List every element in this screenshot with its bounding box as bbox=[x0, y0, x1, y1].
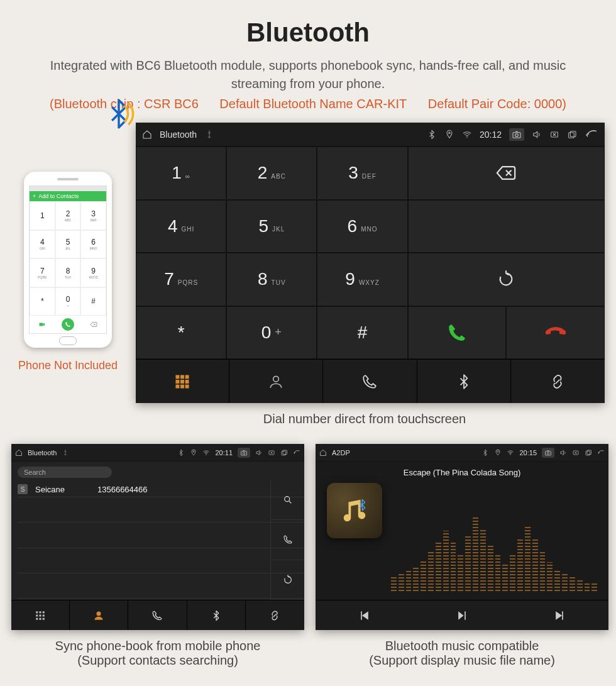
recents-icon[interactable] bbox=[280, 449, 288, 456]
spec-paircode: Default Pair Code: 0000) bbox=[428, 97, 566, 111]
bluetooth-waves-icon bbox=[102, 97, 135, 130]
svg-rect-18 bbox=[40, 323, 43, 326]
tab-recent-calls[interactable] bbox=[128, 600, 187, 630]
volume-icon[interactable] bbox=[532, 130, 542, 140]
now-playing-title: Escape (The Pina Colada Song) bbox=[404, 468, 520, 477]
topbar-title: Bluetooth bbox=[160, 130, 197, 140]
topbar: Bluetooth 20:12 bbox=[136, 123, 605, 147]
phone-key-2: 2ABC bbox=[55, 201, 81, 230]
dial-key-9[interactable]: 9WXYZ bbox=[317, 253, 407, 306]
dial-key-1[interactable]: 1∞ bbox=[136, 147, 226, 200]
dial-key-7[interactable]: 7PQRS bbox=[136, 253, 226, 306]
backspace-icon bbox=[90, 321, 97, 328]
dialer-caption: Dial number direct from touchscreen bbox=[124, 412, 605, 426]
phone-call-button bbox=[62, 318, 74, 331]
contact-row[interactable]: S Seicane 13566664466 bbox=[18, 482, 304, 497]
smartphone-mock: + Add to Contacts 12ABC3DEF4GHI5JKL6MNO7… bbox=[24, 172, 112, 348]
screenshot-icon[interactable] bbox=[544, 449, 552, 456]
phonebook-caption2: (Support contacts searching) bbox=[77, 653, 238, 668]
side-search-button[interactable] bbox=[270, 480, 304, 520]
clock: 20:12 bbox=[480, 130, 502, 140]
tab-contacts[interactable] bbox=[70, 600, 128, 630]
dial-key-4[interactable]: 4GHI bbox=[136, 200, 226, 253]
redial-button[interactable] bbox=[408, 253, 605, 306]
recents-icon[interactable] bbox=[567, 130, 577, 140]
spec-btname: Default Bluetooth Name CAR-KIT bbox=[219, 97, 407, 111]
volume-icon[interactable] bbox=[255, 449, 263, 456]
tab-bt-settings[interactable] bbox=[417, 360, 511, 403]
tab-pair[interactable] bbox=[246, 600, 304, 630]
dial-key-6[interactable]: 6MNO bbox=[317, 200, 407, 253]
playpause-button[interactable] bbox=[413, 600, 510, 630]
phone-key-0: 0+ bbox=[55, 287, 81, 316]
call-button[interactable] bbox=[408, 306, 507, 360]
phone-key-4: 4GHI bbox=[30, 230, 55, 259]
volume-icon[interactable] bbox=[559, 449, 567, 456]
a2dp-caption1: Bluetooth music compatible bbox=[385, 639, 539, 653]
back-icon[interactable] bbox=[597, 449, 605, 456]
dial-key-2[interactable]: 2ABC bbox=[226, 147, 317, 200]
clock: 20:15 bbox=[519, 449, 537, 456]
screenshot-icon[interactable] bbox=[240, 449, 248, 456]
phonebook-caption1: Sync phone-book from mobile phone bbox=[55, 639, 261, 653]
dial-key-5[interactable]: 5JKL bbox=[226, 200, 317, 253]
back-icon[interactable] bbox=[293, 449, 300, 456]
dial-key-0[interactable]: 0+ bbox=[226, 306, 317, 360]
headunit-dialer: Bluetooth 20:12 1∞2ABC3DEF4GHI5JKL6MNO7P… bbox=[136, 123, 605, 403]
close-app-icon[interactable] bbox=[268, 449, 275, 456]
search-input[interactable]: Search bbox=[18, 467, 112, 478]
dial-key-3[interactable]: 3DEF bbox=[317, 147, 407, 200]
gps-icon bbox=[494, 449, 502, 456]
side-call-button[interactable] bbox=[270, 520, 304, 560]
back-icon[interactable] bbox=[585, 128, 598, 141]
specs-line: (Bluetooth chip : CSR BC6 Default Blueto… bbox=[11, 97, 605, 111]
wifi-icon bbox=[462, 130, 472, 140]
gps-icon bbox=[444, 130, 454, 140]
phone-key-7: 7PQRS bbox=[30, 258, 55, 287]
album-art bbox=[327, 483, 382, 538]
gps-icon bbox=[190, 449, 197, 456]
usb-icon bbox=[62, 449, 69, 456]
phone-key-3: 3DEF bbox=[80, 201, 106, 230]
bluetooth-status-icon bbox=[177, 449, 185, 456]
dial-key-*[interactable]: * bbox=[136, 306, 226, 360]
wifi-icon bbox=[507, 449, 514, 456]
home-icon[interactable] bbox=[319, 449, 327, 456]
tab-bt-settings[interactable] bbox=[187, 600, 246, 630]
recents-icon[interactable] bbox=[585, 449, 592, 456]
contact-number: 13566664466 bbox=[97, 485, 148, 494]
tab-dialpad[interactable] bbox=[136, 360, 229, 403]
close-app-icon[interactable] bbox=[549, 130, 559, 140]
visualizer bbox=[391, 493, 597, 591]
hangup-button[interactable] bbox=[506, 306, 605, 360]
dial-key-8[interactable]: 8TUV bbox=[226, 253, 317, 306]
dial-key-#[interactable]: # bbox=[317, 306, 407, 360]
side-sync-button[interactable] bbox=[270, 560, 304, 600]
clock: 20:11 bbox=[215, 449, 233, 456]
phone-disclaimer: Phone Not Included bbox=[18, 359, 118, 372]
next-button[interactable] bbox=[511, 600, 608, 630]
phone-key-6: 6MNO bbox=[80, 230, 106, 259]
close-app-icon[interactable] bbox=[572, 449, 580, 456]
a2dp-caption2: (Support display music file name) bbox=[369, 653, 555, 668]
screenshot-icon[interactable] bbox=[512, 130, 522, 140]
phone-key-#: # bbox=[80, 287, 106, 316]
page-subtitle: Integrated with BC6 Bluetooth module, su… bbox=[38, 57, 578, 93]
topbar: A2DP 20:15 bbox=[316, 444, 608, 462]
prev-button[interactable] bbox=[316, 600, 413, 630]
headunit-a2dp: A2DP 20:15 Escape (The Pina Colada Song) bbox=[316, 444, 608, 630]
tab-pair[interactable] bbox=[511, 360, 605, 403]
tab-dialpad[interactable] bbox=[11, 600, 70, 630]
contact-name: Seicane bbox=[35, 485, 65, 494]
headunit-phonebook: Bluetooth 20:11 Search bbox=[11, 444, 304, 630]
backspace-button[interactable] bbox=[408, 147, 605, 200]
topbar-title: A2DP bbox=[332, 449, 350, 456]
home-icon[interactable] bbox=[142, 130, 152, 140]
contact-badge: S bbox=[18, 484, 28, 494]
page-title: Bluetooth bbox=[11, 18, 605, 48]
home-icon[interactable] bbox=[15, 449, 23, 456]
phone-key-9: 9WXYZ bbox=[80, 258, 106, 287]
tab-contacts[interactable] bbox=[229, 360, 323, 403]
video-icon bbox=[38, 321, 46, 328]
tab-recent-calls[interactable] bbox=[323, 360, 417, 403]
